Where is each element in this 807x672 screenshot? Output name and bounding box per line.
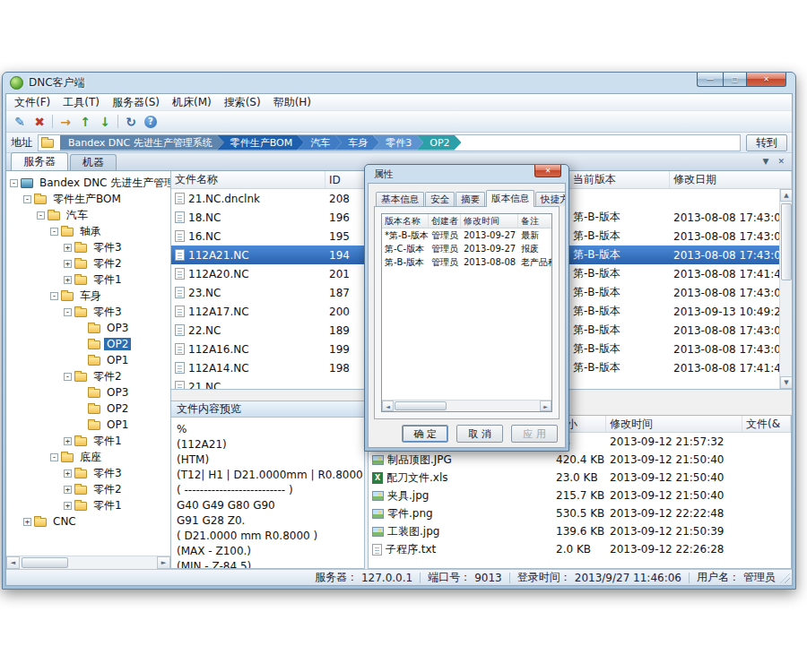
tree-node[interactable]: -Bandex DNC 先进生产管理系统 (6, 175, 170, 191)
tree-node[interactable]: OP3 (6, 320, 170, 336)
tree-expander[interactable]: + (23, 518, 31, 526)
tree-expander[interactable]: - (50, 453, 58, 461)
dialog-tab[interactable]: 摘要 (456, 192, 485, 206)
tree-horizontal-scrollbar[interactable]: ◄ ► (6, 556, 170, 569)
tree-expander[interactable]: - (37, 211, 45, 220)
tree-expander[interactable]: + (64, 276, 72, 284)
menu-item[interactable]: 服务器(S) (106, 94, 166, 111)
close-button[interactable]: ✕ (747, 73, 786, 87)
tree-node[interactable]: -零件3 (6, 304, 170, 320)
resize-grip[interactable] (780, 573, 790, 583)
attachment-row[interactable]: 零件.png530.5 KB2013-09-12 22:22:48 (369, 504, 791, 522)
tab-inactive[interactable]: 机器 (70, 154, 117, 170)
ok-button[interactable]: 确 定 (402, 425, 448, 443)
tree-node[interactable]: -汽车 (6, 207, 170, 223)
upload-icon[interactable]: ↑ (75, 113, 95, 131)
tree-node[interactable]: +CNC (6, 513, 170, 530)
column-header-creator[interactable]: 创建者 (429, 214, 461, 228)
scroll-left-arrow[interactable]: ◄ (382, 401, 394, 411)
tree-expander[interactable]: - (23, 195, 31, 203)
tree-node[interactable]: -轴承 (6, 223, 170, 239)
tree-node[interactable]: OP2 (6, 336, 170, 352)
scroll-up-arrow[interactable]: ▲ (780, 189, 792, 202)
scroll-thumb[interactable] (395, 401, 447, 410)
help-icon[interactable]: ? (141, 113, 161, 131)
cancel-button[interactable]: 取 消 (456, 425, 503, 443)
attachment-row[interactable]: 制品顶图.JPG420.4 KB2013-09-12 21:50:40 (369, 451, 791, 469)
apply-button[interactable]: 应 用 (511, 425, 558, 443)
dialog-tab[interactable]: 快捷方式 (535, 192, 566, 206)
scroll-down-arrow[interactable]: ▼ (780, 376, 792, 389)
dialog-close-button[interactable]: ✕ (534, 165, 561, 177)
new-file-icon[interactable]: ✎ (10, 113, 30, 131)
column-header-modified-time[interactable]: 修改时间 (461, 214, 518, 228)
minimize-button[interactable]: — (697, 73, 723, 87)
column-header-remark[interactable]: 备注 (518, 214, 552, 228)
menu-item[interactable]: 机床(M) (166, 94, 218, 111)
tree-node[interactable]: OP1 (6, 352, 170, 368)
delete-icon[interactable]: ✖ (30, 113, 49, 131)
menu-item[interactable]: 帮助(H) (267, 94, 317, 111)
menu-item[interactable]: 工具(T) (56, 94, 106, 111)
menu-item[interactable]: 搜索(S) (218, 94, 267, 111)
scroll-right-arrow[interactable]: ► (540, 401, 551, 411)
breadcrumb-item[interactable]: Bandex DNC 先进生产管理系统 (60, 135, 224, 151)
column-header-name[interactable]: 文件名称 (171, 171, 325, 188)
tree-expander[interactable]: - (64, 373, 72, 381)
tree-node[interactable]: +零件3 (6, 239, 170, 255)
tree-expander[interactable]: + (64, 260, 72, 268)
scroll-thumb[interactable] (22, 557, 68, 568)
version-row[interactable]: *第-B-版本管理员2013-09-27 14:…最新 (382, 228, 551, 242)
tree-node[interactable]: -底座 (6, 449, 170, 465)
tab-active[interactable]: 服务器 (11, 152, 68, 170)
column-header-file[interactable]: 文件(& (742, 416, 791, 432)
maximize-button[interactable]: ▢ (723, 73, 747, 87)
attachment-row[interactable]: 夹具.jpg215.7 KB2013-09-12 21:50:40 (369, 487, 791, 504)
version-row[interactable]: 第-B-版本管理员2013-08-08 17:…老产品程序 (382, 255, 551, 269)
column-header-date[interactable]: 修改日期 (670, 171, 792, 188)
column-header-version[interactable]: 当前版本 (569, 171, 670, 188)
go-button[interactable]: 转到 (746, 134, 787, 151)
tree-expander[interactable]: + (64, 437, 72, 445)
tree-node[interactable]: OP2 (6, 401, 170, 417)
menu-item[interactable]: 文件(F) (8, 94, 56, 111)
scroll-thumb[interactable] (781, 203, 792, 280)
tree-expander[interactable]: + (64, 244, 72, 252)
breadcrumb-item[interactable]: 零件3 (372, 135, 423, 151)
tree-node[interactable]: -零件2 (6, 368, 170, 384)
tree-expander[interactable]: - (50, 228, 58, 236)
tab-dropdown-icon[interactable]: ▼ (763, 157, 769, 166)
tree-node[interactable]: -车身 (6, 288, 170, 304)
send-icon[interactable]: → (56, 113, 75, 131)
scroll-right-arrow[interactable]: ► (157, 556, 170, 569)
dialog-horizontal-scrollbar[interactable]: ◄ ► (382, 400, 551, 411)
attachment-row[interactable]: 工装图.jpg139.6 KB2013-09-12 21:50:39 (369, 522, 791, 540)
tree-node[interactable]: OP1 (6, 417, 170, 433)
tree-expander[interactable]: - (10, 179, 18, 187)
tree-node[interactable]: OP3 (6, 384, 170, 401)
attachment-row[interactable]: X配刀文件.xls23.0 KB2013-09-12 21:50:40 (369, 469, 791, 487)
column-header-time[interactable]: 修改时间 (606, 416, 742, 432)
dialog-tab[interactable]: 版本信息 (486, 190, 534, 207)
tree-expander[interactable]: + (64, 470, 72, 478)
refresh-icon[interactable]: ↻ (121, 113, 141, 131)
file-list-vertical-scrollbar[interactable]: ▲ ▼ (779, 189, 792, 389)
dialog-tab[interactable]: 安全 (425, 192, 455, 206)
version-row[interactable]: 第-C-版本管理员2013-09-27 14:…报废 (382, 242, 551, 255)
dialog-tab[interactable]: 基本信息 (376, 192, 424, 206)
breadcrumb-item[interactable]: 零件生产BOM (217, 135, 305, 151)
download-icon[interactable]: ↓ (95, 113, 115, 131)
tree-expander[interactable]: - (50, 292, 58, 300)
tree-node[interactable]: +零件3 (6, 465, 170, 481)
tree-node[interactable]: +零件2 (6, 481, 170, 497)
tree-node[interactable]: +零件1 (6, 497, 170, 513)
tree-node[interactable]: -零件生产BOM (6, 191, 170, 207)
tree-node[interactable]: +零件1 (6, 433, 170, 449)
scroll-left-arrow[interactable]: ◄ (6, 556, 20, 569)
attachment-row[interactable]: 子程序.txt2.0 KB2013-09-12 22:26:28 (369, 540, 791, 558)
address-field[interactable]: Bandex DNC 先进生产管理系统零件生产BOM汽车车身零件3OP2 (38, 134, 741, 151)
tree-expander[interactable]: + (64, 486, 72, 494)
column-header-version-name[interactable]: 版本名称 (382, 214, 429, 228)
tree-node[interactable]: +零件2 (6, 255, 170, 271)
tab-close-icon[interactable]: ✕ (777, 157, 785, 166)
